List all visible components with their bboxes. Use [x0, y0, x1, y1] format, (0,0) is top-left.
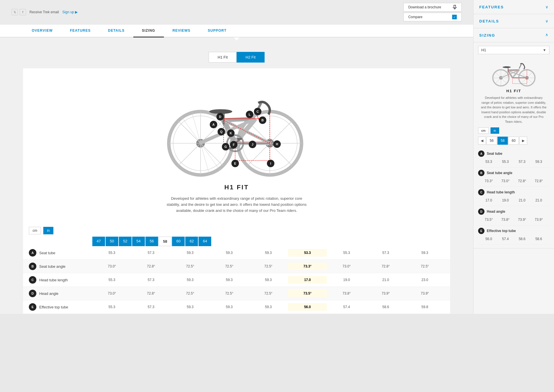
svg-text:G: G: [224, 145, 227, 148]
svg-text:Q: Q: [220, 130, 223, 133]
sidebar-meas-b-values: 73.3° 73.0° 72.8° 72.8°: [478, 178, 549, 184]
tab-overview[interactable]: OVERVIEW: [23, 24, 61, 37]
sidebar-meas-a-values: 53.3 55.3 57.3 59.3: [478, 159, 549, 165]
sidebar-fit-title: H1 FIT: [478, 89, 549, 93]
facebook-icon[interactable]: f: [20, 9, 26, 15]
sidebar-size-56[interactable]: 56: [486, 137, 497, 145]
sidebar-meas-d-header: D Head angle: [478, 208, 549, 215]
compare-button[interactable]: Compare ✓: [403, 13, 462, 21]
svg-text:H: H: [276, 142, 278, 146]
tab-features[interactable]: FEATURES: [61, 24, 99, 37]
size-64[interactable]: 64: [199, 237, 211, 246]
size-60[interactable]: 60: [172, 237, 185, 246]
row-e-values: 55.3 57.3 59.3 59.3 59.3 56.0 57.4 58.6 …: [92, 303, 444, 311]
sidebar-details-title: DETAILS: [479, 19, 499, 23]
sidebar-unit-in[interactable]: in: [491, 127, 499, 134]
compare-checkbox[interactable]: ✓: [452, 15, 457, 19]
brochure-button[interactable]: Download a brochure: [403, 3, 462, 12]
sidebar-meas-a-header: A Seat tube: [478, 150, 549, 157]
row-a-values: 55.3 57.3 59.3 59.3 59.3 53.3 55.3 57.3 …: [92, 249, 444, 257]
sidebar-letter-c: C: [478, 189, 484, 195]
table-row: B Seat tube angle 73.0° 72.8° 72.5° 72.5…: [23, 260, 450, 273]
features-chevron-down: ∨: [545, 5, 548, 9]
tab-support[interactable]: SUPPORT: [199, 24, 235, 37]
h2-fit-button[interactable]: H2 Fit: [237, 52, 265, 63]
row-c-name: Head tube length: [39, 278, 92, 282]
size-56[interactable]: 56: [145, 237, 158, 246]
sidebar-features-title: FEATURES: [479, 5, 504, 9]
fit-dropdown[interactable]: H1 ▼: [478, 46, 549, 54]
row-d-values: 73.0° 72.8° 72.5° 72.5° 72.5° 73.5° 73.8…: [92, 290, 444, 297]
tab-reviews[interactable]: REVIEWS: [164, 24, 199, 37]
fit-description: Developed for athletes with extraordinar…: [164, 196, 309, 214]
table-row: D Head angle 73.0° 72.8° 72.5° 72.5° 72.…: [23, 287, 450, 300]
sidebar-letter-d: D: [478, 208, 484, 215]
unit-in-button[interactable]: in: [43, 227, 53, 234]
sidebar-meas-d-name: Head angle: [487, 210, 505, 214]
fit-dropdown-value: H1: [481, 48, 543, 52]
sidebar-meas-a: A Seat tube 53.3 55.3 57.3 59.3: [478, 148, 549, 167]
svg-text:J: J: [252, 143, 253, 146]
brochure-label: Download a brochure: [408, 5, 441, 9]
size-next-button[interactable]: ▶: [519, 137, 527, 145]
compare-label: Compare: [408, 15, 422, 19]
fit-toggle: H1 Fit H2 Fit: [23, 52, 450, 63]
tab-details[interactable]: DETAILS: [99, 24, 133, 37]
row-b-letter: B: [29, 263, 36, 270]
size-47[interactable]: 47: [92, 237, 105, 246]
svg-rect-32: [237, 138, 242, 140]
svg-text:I: I: [270, 162, 271, 165]
sidebar-sizing-header[interactable]: SIZING ∨: [473, 28, 554, 42]
measurements-table: A Seat tube 55.3 57.3 59.3 59.3 59.3 53.…: [23, 246, 450, 314]
sidebar-meas-e-values: 56.0 57.4 58.6 58.6: [478, 236, 549, 242]
bike-thumb-svg: [488, 58, 540, 86]
row-c-letter: C: [29, 276, 36, 284]
sidebar-meas-c-header: C Head tube length: [478, 189, 549, 195]
svg-text:L: L: [249, 113, 251, 116]
sidebar-unit-toggle: cm in: [478, 127, 549, 134]
size-58-active[interactable]: 58: [159, 237, 171, 246]
size-prev-button[interactable]: ◀: [478, 137, 486, 145]
sidebar-meas-e: E Effective top tube 56.0 57.4 58.6 58.6: [478, 225, 549, 245]
sidebar-meas-c-values: 17.0 19.0 21.0 21.0: [478, 197, 549, 203]
size-52[interactable]: 52: [119, 237, 132, 246]
sidebar-meas-b-name: Seat tube angle: [487, 171, 512, 175]
sidebar-meas-b-header: B Seat tube angle: [478, 170, 549, 176]
row-d-name: Head angle: [39, 291, 92, 296]
svg-line-89: [519, 64, 521, 69]
twitter-icon[interactable]: 𝕏: [12, 9, 18, 15]
tab-sizing[interactable]: SIZING: [133, 24, 164, 37]
details-chevron-down: ∨: [545, 19, 548, 23]
signup-link[interactable]: Sign up ▶: [62, 10, 78, 14]
svg-point-88: [503, 66, 511, 68]
size-50[interactable]: 50: [106, 237, 118, 246]
bike-diagram: A B C D E F: [23, 68, 450, 175]
svg-text:F: F: [233, 143, 235, 146]
h1-fit-button[interactable]: H1 Fit: [209, 52, 237, 63]
sidebar-size-58[interactable]: 58: [497, 137, 508, 145]
sidebar-meas-e-header: E Effective top tube: [478, 228, 549, 234]
size-62[interactable]: 62: [185, 237, 198, 246]
sidebar-fit-desc: Developed for athletes with extraordinar…: [478, 95, 549, 124]
svg-text:A: A: [212, 123, 215, 126]
svg-text:K: K: [230, 131, 232, 135]
sidebar-features-section: FEATURES ∨: [473, 0, 554, 14]
unit-cm-button[interactable]: cm: [29, 227, 41, 234]
svg-text:C: C: [257, 110, 259, 113]
fit-title: H1 FIT: [52, 184, 421, 191]
sidebar-meas-d: D Head angle 73.5° 73.8° 73.9° 73.9°: [478, 206, 549, 225]
sidebar-details-header[interactable]: DETAILS ∨: [473, 14, 554, 28]
sidebar-letter-e: E: [478, 228, 484, 234]
bike-svg: A B C D E F: [157, 74, 316, 169]
row-e-letter: E: [29, 303, 36, 311]
table-row: C Head tube length 55.3 57.3 59.3 59.3 5…: [23, 273, 450, 287]
row-c-values: 55.3 57.3 59.3 59.3 59.3 17.0 19.0 21.0 …: [92, 276, 444, 284]
sidebar-meas-c: C Head tube length 17.0 19.0 21.0 21.0: [478, 187, 549, 206]
size-54[interactable]: 54: [132, 237, 145, 246]
sidebar-features-header[interactable]: FEATURES ∨: [473, 0, 554, 14]
sidebar-unit-cm[interactable]: cm: [478, 127, 489, 134]
row-a-letter: A: [29, 249, 36, 257]
email-label: Receive Trek email: [29, 10, 59, 14]
svg-text:D: D: [219, 115, 221, 118]
sidebar-size-60[interactable]: 60: [508, 137, 519, 145]
